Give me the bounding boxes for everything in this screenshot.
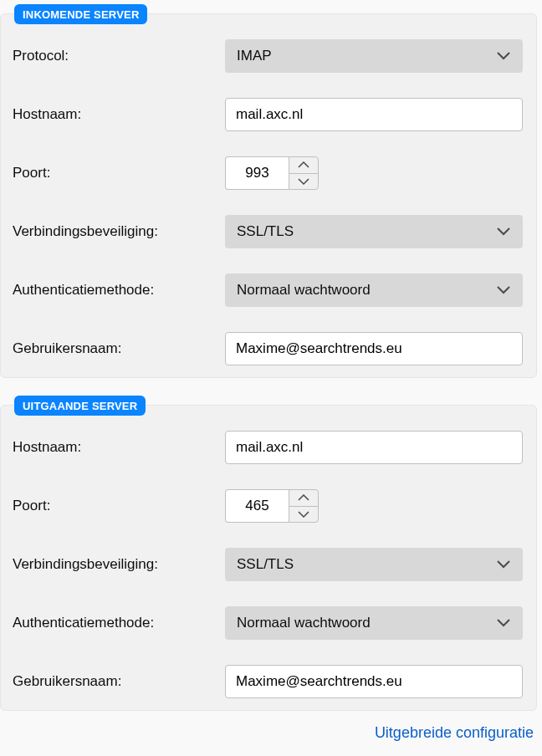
chevron-down-icon bbox=[496, 224, 511, 239]
outgoing-user-label: Gebruikersnaam: bbox=[13, 673, 225, 690]
incoming-auth-value: Normaal wachtwoord bbox=[237, 282, 371, 299]
incoming-connsec-value: SSL/TLS bbox=[237, 223, 294, 240]
outgoing-hostname-label: Hostnaam: bbox=[13, 439, 225, 456]
incoming-auth-label: Authenticatiemethode: bbox=[13, 282, 225, 299]
incoming-user-label: Gebruikersnaam: bbox=[13, 340, 225, 357]
incoming-port-label: Poort: bbox=[13, 165, 225, 181]
incoming-port-step-up[interactable] bbox=[289, 157, 318, 174]
outgoing-connsec-select[interactable]: SSL/TLS bbox=[225, 548, 523, 581]
incoming-port-stepper bbox=[289, 156, 319, 190]
outgoing-auth-value: Normaal wachtwoord bbox=[237, 615, 371, 631]
incoming-protocol-value: IMAP bbox=[237, 48, 272, 64]
incoming-protocol-label: Protocol: bbox=[13, 48, 225, 64]
incoming-protocol-select[interactable]: IMAP bbox=[225, 39, 523, 73]
chevron-down-icon bbox=[496, 557, 511, 572]
incoming-port-step-down[interactable] bbox=[289, 174, 318, 190]
outgoing-user-input[interactable] bbox=[225, 665, 523, 698]
incoming-connsec-label: Verbindingsbeveiliging: bbox=[13, 223, 225, 240]
outgoing-port-step-down[interactable] bbox=[289, 507, 318, 523]
outgoing-hostname-input[interactable] bbox=[225, 431, 523, 464]
outgoing-connsec-label: Verbindingsbeveiliging: bbox=[13, 556, 225, 573]
outgoing-port-label: Poort: bbox=[13, 498, 225, 514]
outgoing-port-stepper bbox=[289, 489, 319, 523]
outgoing-connsec-value: SSL/TLS bbox=[237, 556, 294, 573]
incoming-server-panel: INKOMENDE SERVER Protocol: IMAP Hostnaam… bbox=[0, 13, 537, 378]
incoming-server-legend: INKOMENDE SERVER bbox=[14, 4, 147, 24]
outgoing-port-step-up[interactable] bbox=[289, 490, 318, 507]
outgoing-auth-select[interactable]: Normaal wachtwoord bbox=[225, 606, 523, 640]
incoming-hostname-input[interactable] bbox=[225, 98, 523, 131]
chevron-down-icon bbox=[496, 49, 511, 64]
advanced-config-link[interactable]: Uitgebreide configuratie bbox=[0, 724, 534, 742]
outgoing-server-legend: UITGAANDE SERVER bbox=[14, 396, 146, 416]
incoming-port-input[interactable] bbox=[225, 156, 289, 190]
incoming-user-input[interactable] bbox=[225, 332, 523, 365]
chevron-down-icon bbox=[496, 616, 511, 631]
incoming-hostname-label: Hostnaam: bbox=[13, 106, 225, 123]
chevron-down-icon bbox=[496, 283, 511, 298]
outgoing-server-panel: UITGAANDE SERVER Hostnaam: Poort: bbox=[0, 405, 537, 711]
outgoing-auth-label: Authenticatiemethode: bbox=[13, 615, 225, 631]
incoming-auth-select[interactable]: Normaal wachtwoord bbox=[225, 273, 523, 307]
outgoing-port-input[interactable] bbox=[225, 489, 289, 523]
incoming-connsec-select[interactable]: SSL/TLS bbox=[225, 215, 523, 248]
